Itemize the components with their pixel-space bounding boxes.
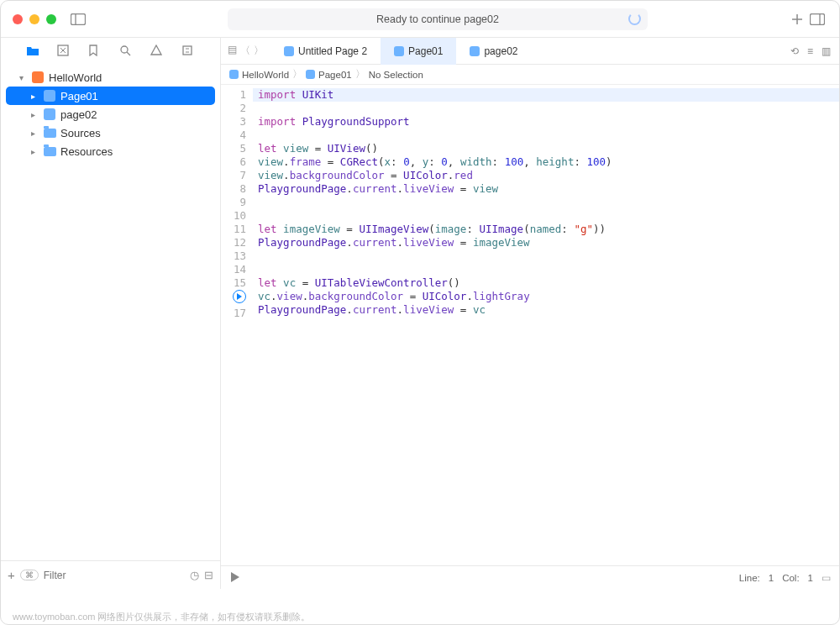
line-label: Line:	[739, 573, 760, 583]
tab-page01[interactable]: Page01	[381, 38, 456, 65]
scope-icon[interactable]: ⊟	[204, 569, 213, 581]
gutter: 12345678910111213141517	[221, 85, 253, 565]
statusbar: Line: 1 Col: 1 ▭	[221, 565, 839, 589]
source[interactable]: import UIKitimport PlaygroundSupport let…	[253, 85, 839, 565]
navigator-sidebar: ▾ HelloWorld ▸ Page01 ▸ page02 ▸ Sources…	[1, 38, 221, 589]
swift-icon	[31, 71, 45, 84]
col-label: Col:	[782, 573, 799, 583]
clock-icon[interactable]: ◷	[190, 569, 199, 581]
chevron-right-icon: ▸	[31, 147, 43, 156]
forward-icon[interactable]: 〉	[254, 44, 264, 58]
jumpbar-selection[interactable]: No Selection	[369, 70, 423, 80]
bookmark-icon[interactable]	[88, 45, 102, 58]
tree-root[interactable]: ▾ HelloWorld	[1, 68, 220, 87]
swift-icon	[284, 46, 294, 56]
svg-rect-11	[183, 46, 192, 55]
add-button[interactable]	[787, 9, 807, 29]
tree-item-sources[interactable]: ▸ Sources	[1, 123, 220, 142]
folder-icon	[43, 144, 56, 158]
add-icon[interactable]: +	[8, 568, 15, 582]
swift-icon	[394, 46, 404, 56]
lines-icon[interactable]: ≡	[807, 45, 813, 57]
tab-page02[interactable]: page02	[456, 38, 531, 65]
watermark: www.toymoban.com 网络图片仅供展示，非存储，如有侵权请联系删除。	[13, 611, 310, 623]
zoom-window[interactable]	[46, 14, 56, 24]
svg-rect-0	[71, 13, 86, 24]
tree-item-page01[interactable]: ▸ Page01	[6, 87, 215, 105]
tab-label: Page01	[408, 45, 443, 57]
minimize-window[interactable]	[29, 14, 39, 24]
issues-icon[interactable]	[150, 45, 164, 58]
tab-label: page02	[484, 45, 517, 57]
svg-rect-4	[811, 13, 825, 24]
tree-label: Sources	[60, 127, 101, 139]
swift-icon	[306, 70, 315, 79]
navigator-tabs	[1, 38, 220, 65]
source-control-icon[interactable]	[57, 45, 71, 58]
toggle-sidebar-icon[interactable]	[68, 9, 88, 29]
swift-icon	[43, 108, 56, 121]
code-editor[interactable]: 12345678910111213141517 import UIKitimpo…	[221, 85, 839, 565]
jumpbar-file[interactable]: Page01	[318, 70, 352, 80]
swift-icon	[43, 89, 56, 102]
tree-label: Resources	[60, 145, 113, 158]
close-window[interactable]	[13, 14, 23, 24]
toggle-inspectors-icon[interactable]	[807, 9, 827, 29]
swift-icon	[470, 46, 480, 56]
tree-label: page02	[60, 108, 97, 121]
debug-icon[interactable]	[181, 45, 195, 58]
sidebar-footer: + ⌘ ◷ ⊟	[1, 560, 220, 589]
jumpbar-root[interactable]: HelloWorld	[242, 70, 289, 80]
tab-label: Untitled Page 2	[298, 45, 367, 57]
svg-line-10	[127, 52, 130, 55]
related-items-icon[interactable]: ▤	[228, 44, 237, 58]
project-navigator-icon[interactable]	[26, 45, 39, 58]
tabbar: ▤ 〈 〉 Untitled Page 2 Page01 page02 ⟲ ≡ …	[221, 38, 839, 65]
find-icon[interactable]	[119, 45, 133, 58]
back-icon[interactable]: 〈	[240, 44, 250, 58]
chevron-right-icon: ▸	[31, 92, 43, 101]
editor-area: ▤ 〈 〉 Untitled Page 2 Page01 page02 ⟲ ≡ …	[221, 38, 839, 589]
traffic-lights	[13, 14, 56, 24]
folder-icon	[43, 126, 56, 139]
console-icon[interactable]: ▭	[822, 572, 831, 584]
adjust-editor-icon[interactable]: ▥	[822, 45, 831, 57]
titlebar: Ready to continue page02	[1, 1, 839, 38]
jumpbar[interactable]: HelloWorld 〉 Page01 〉 No Selection	[221, 65, 839, 85]
project-tree: ▾ HelloWorld ▸ Page01 ▸ page02 ▸ Sources…	[1, 65, 220, 560]
tree-item-page02[interactable]: ▸ page02	[1, 105, 220, 123]
svg-point-9	[121, 46, 128, 53]
swift-icon	[229, 70, 239, 79]
tree-label: Page01	[60, 90, 98, 102]
filter-input[interactable]	[44, 570, 185, 581]
tree-item-resources[interactable]: ▸ Resources	[1, 142, 220, 160]
spinner-icon	[628, 13, 641, 25]
status-text: Ready to continue page02	[228, 8, 648, 30]
line-value: 1	[769, 573, 774, 583]
chevron-right-icon: ▸	[31, 110, 43, 119]
chevron-down-icon: ▾	[19, 73, 31, 82]
col-value: 1	[808, 573, 813, 583]
filter-scope-icon[interactable]: ⌘	[20, 570, 39, 580]
refresh-icon[interactable]: ⟲	[790, 45, 799, 57]
tab-untitled[interactable]: Untitled Page 2	[270, 38, 381, 65]
chevron-right-icon: ▸	[31, 129, 43, 138]
tree-label: HelloWorld	[49, 71, 102, 84]
play-icon[interactable]	[229, 571, 243, 585]
